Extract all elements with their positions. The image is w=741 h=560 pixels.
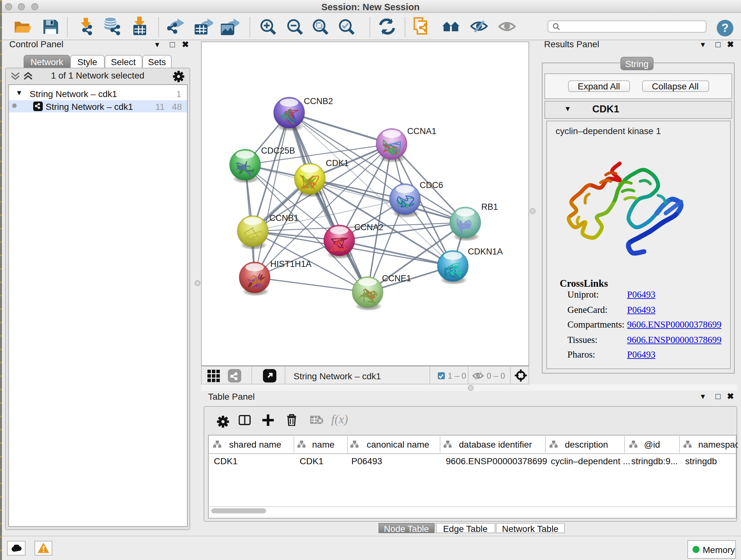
svg-text:CCNA2: CCNA2 [354, 222, 383, 232]
svg-text:CCNB2: CCNB2 [304, 96, 333, 106]
svg-text:RB1: RB1 [481, 202, 498, 211]
svg-text:CDC25B: CDC25B [261, 145, 295, 155]
svg-text:CDC6: CDC6 [419, 180, 443, 190]
svg-text:CCNE1: CCNE1 [382, 273, 411, 283]
svg-text:CCNA1: CCNA1 [407, 126, 436, 136]
svg-text:CDK1: CDK1 [326, 158, 348, 168]
svg-text:CDKN1A: CDKN1A [468, 246, 502, 256]
svg-text:HIST1H1A: HIST1H1A [270, 259, 311, 268]
svg-text:CCNB1: CCNB1 [269, 213, 298, 223]
